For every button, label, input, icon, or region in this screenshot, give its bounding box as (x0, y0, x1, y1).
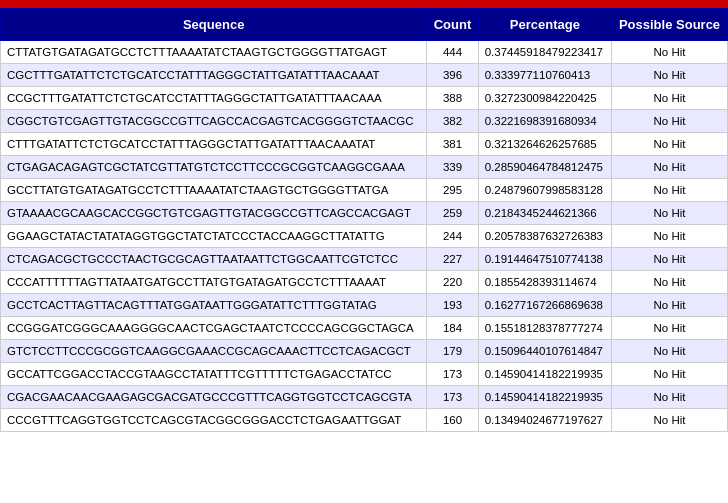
cell-percentage: 0.14590414182219935 (478, 386, 611, 409)
cell-possible-source: No Hit (612, 179, 728, 202)
cell-sequence: GGAAGCTATACTATATAGGTGGCTATCTATCCCTACCAAG… (1, 225, 427, 248)
cell-count: 173 (427, 386, 478, 409)
cell-percentage: 0.19144647510774138 (478, 248, 611, 271)
table-row: CTTTGATATTCTCTGCATCCTATTTAGGGCTATTGATATT… (1, 133, 728, 156)
cell-count: 173 (427, 363, 478, 386)
table-header-row: Sequence Count Percentage Possible Sourc… (1, 9, 728, 41)
cell-possible-source: No Hit (612, 202, 728, 225)
cell-count: 184 (427, 317, 478, 340)
cell-sequence: CTCAGACGCTGCCCTAACTGCGCAGTTAATAATTCTGGCA… (1, 248, 427, 271)
table-row: GTAAAACGCAAGCACCGGCTGTCGAGTTGTACGGCCGTTC… (1, 202, 728, 225)
cell-possible-source: No Hit (612, 87, 728, 110)
cell-possible-source: No Hit (612, 248, 728, 271)
cell-count: 388 (427, 87, 478, 110)
table-row: CCCATTTTTTAGTTATAATGATGCCTTATGTGATAGATGC… (1, 271, 728, 294)
cell-sequence: CCGGGATCGGGCAAAGGGGCAACTCGAGCTAATCTCCCCA… (1, 317, 427, 340)
table-row: CTGAGACAGAGTCGCTATCGTTATGTCTCCTTCCCGCGGT… (1, 156, 728, 179)
cell-sequence: CGCTTTGATATTCTCTGCATCCTATTTAGGGCTATTGATA… (1, 64, 427, 87)
table-row: CTTATGTGATAGATGCCTCTTTAAAATATCTAAGTGCTGG… (1, 41, 728, 64)
cell-possible-source: No Hit (612, 340, 728, 363)
cell-possible-source: No Hit (612, 317, 728, 340)
cell-possible-source: No Hit (612, 110, 728, 133)
header-percentage: Percentage (478, 9, 611, 41)
table-row: CCGCTTTGATATTCTCTGCATCCTATTTAGGGCTATTGAT… (1, 87, 728, 110)
header-possible-source: Possible Source (612, 9, 728, 41)
header-bar (0, 0, 728, 8)
cell-percentage: 0.15096440107614847 (478, 340, 611, 363)
cell-sequence: GCCATTCGGACCTACCGTAAGCCTATATTTCGTTTTTCTG… (1, 363, 427, 386)
cell-percentage: 0.2184345244621366 (478, 202, 611, 225)
cell-count: 295 (427, 179, 478, 202)
cell-sequence: GCCTCACTTAGTTACAGTTTATGGATAATTGGGATATTCT… (1, 294, 427, 317)
cell-count: 227 (427, 248, 478, 271)
sequence-table: Sequence Count Percentage Possible Sourc… (0, 8, 728, 432)
cell-count: 339 (427, 156, 478, 179)
cell-count: 193 (427, 294, 478, 317)
cell-sequence: CGACGAACAACGAAGAGCGACGATGCCCGTTTCAGGTGGT… (1, 386, 427, 409)
header-count: Count (427, 9, 478, 41)
cell-sequence: CGGCTGTCGAGTTGTACGGCCGTTCAGCCACGAGTCACGG… (1, 110, 427, 133)
cell-percentage: 0.14590414182219935 (478, 363, 611, 386)
cell-percentage: 0.3272300984220425 (478, 87, 611, 110)
cell-sequence: CCCATTTTTTAGTTATAATGATGCCTTATGTGATAGATGC… (1, 271, 427, 294)
cell-count: 382 (427, 110, 478, 133)
cell-possible-source: No Hit (612, 294, 728, 317)
cell-count: 396 (427, 64, 478, 87)
cell-possible-source: No Hit (612, 41, 728, 64)
table-row: CGACGAACAACGAAGAGCGACGATGCCCGTTTCAGGTGGT… (1, 386, 728, 409)
cell-count: 179 (427, 340, 478, 363)
table-row: CGGCTGTCGAGTTGTACGGCCGTTCAGCCACGAGTCACGG… (1, 110, 728, 133)
cell-possible-source: No Hit (612, 64, 728, 87)
cell-possible-source: No Hit (612, 225, 728, 248)
cell-sequence: GTCTCCTTCCCGCGGTCAAGGCGAAACCGCAGCAAACTTC… (1, 340, 427, 363)
table-row: GTCTCCTTCCCGCGGTCAAGGCGAAACCGCAGCAAACTTC… (1, 340, 728, 363)
cell-percentage: 0.333977110760413 (478, 64, 611, 87)
cell-sequence: CTGAGACAGAGTCGCTATCGTTATGTCTCCTTCCCGCGGT… (1, 156, 427, 179)
cell-sequence: GCCTTATGTGATAGATGCCTCTTTAAAATATCTAAGTGCT… (1, 179, 427, 202)
cell-sequence: CTTATGTGATAGATGCCTCTTTAAAATATCTAAGTGCTGG… (1, 41, 427, 64)
cell-percentage: 0.3221698391680934 (478, 110, 611, 133)
cell-percentage: 0.37445918479223417 (478, 41, 611, 64)
cell-possible-source: No Hit (612, 156, 728, 179)
table-container: Sequence Count Percentage Possible Sourc… (0, 0, 728, 432)
cell-percentage: 0.28590464784812475 (478, 156, 611, 179)
cell-count: 381 (427, 133, 478, 156)
header-sequence: Sequence (1, 9, 427, 41)
table-row: CGCTTTGATATTCTCTGCATCCTATTTAGGGCTATTGATA… (1, 64, 728, 87)
cell-possible-source: No Hit (612, 386, 728, 409)
table-row: GCCTTATGTGATAGATGCCTCTTTAAAATATCTAAGTGCT… (1, 179, 728, 202)
table-row: GGAAGCTATACTATATAGGTGGCTATCTATCCCTACCAAG… (1, 225, 728, 248)
cell-possible-source: No Hit (612, 133, 728, 156)
cell-percentage: 0.3213264626257685 (478, 133, 611, 156)
cell-percentage: 0.1855428393114674 (478, 271, 611, 294)
table-row: GCCATTCGGACCTACCGTAAGCCTATATTTCGTTTTTCTG… (1, 363, 728, 386)
cell-sequence: CTTTGATATTCTCTGCATCCTATTTAGGGCTATTGATATT… (1, 133, 427, 156)
cell-sequence: CCCGTTTCAGGTGGTCCTCAGCGTACGGCGGGACCTCTGA… (1, 409, 427, 432)
table-row: CTCAGACGCTGCCCTAACTGCGCAGTTAATAATTCTGGCA… (1, 248, 728, 271)
cell-count: 160 (427, 409, 478, 432)
table-row: CCGGGATCGGGCAAAGGGGCAACTCGAGCTAATCTCCCCA… (1, 317, 728, 340)
cell-percentage: 0.15518128378777274 (478, 317, 611, 340)
cell-possible-source: No Hit (612, 409, 728, 432)
cell-sequence: CCGCTTTGATATTCTCTGCATCCTATTTAGGGCTATTGAT… (1, 87, 427, 110)
cell-possible-source: No Hit (612, 271, 728, 294)
table-row: GCCTCACTTAGTTACAGTTTATGGATAATTGGGATATTCT… (1, 294, 728, 317)
cell-possible-source: No Hit (612, 363, 728, 386)
cell-percentage: 0.20578387632726383 (478, 225, 611, 248)
table-row: CCCGTTTCAGGTGGTCCTCAGCGTACGGCGGGACCTCTGA… (1, 409, 728, 432)
cell-count: 259 (427, 202, 478, 225)
table-body: CTTATGTGATAGATGCCTCTTTAAAATATCTAAGTGCTGG… (1, 41, 728, 432)
cell-count: 220 (427, 271, 478, 294)
cell-count: 244 (427, 225, 478, 248)
cell-count: 444 (427, 41, 478, 64)
cell-percentage: 0.16277167266869638 (478, 294, 611, 317)
cell-sequence: GTAAAACGCAAGCACCGGCTGTCGAGTTGTACGGCCGTTC… (1, 202, 427, 225)
cell-percentage: 0.24879607998583128 (478, 179, 611, 202)
cell-percentage: 0.13494024677197627 (478, 409, 611, 432)
